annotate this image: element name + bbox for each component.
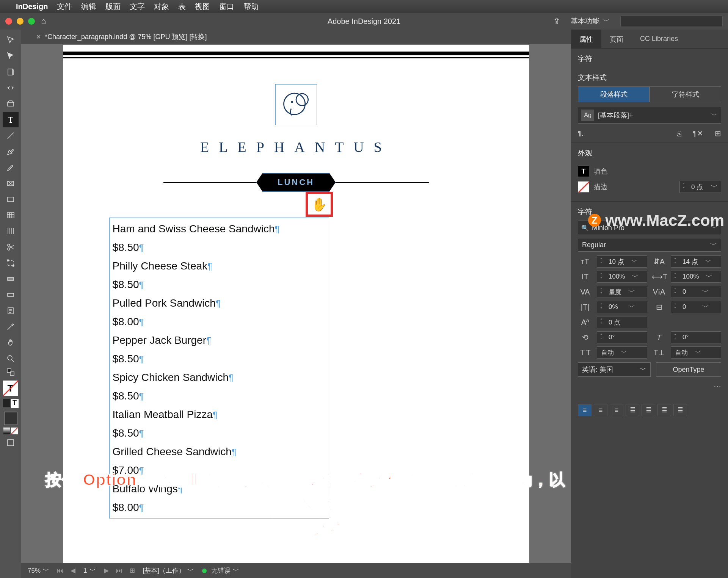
justify-center-button[interactable]: ≣ — [642, 404, 655, 416]
grid-tool[interactable] — [3, 224, 19, 239]
rectangle-tool[interactable] — [3, 192, 19, 207]
language-dropdown[interactable]: 英语: 美国 ﹀ — [578, 362, 651, 377]
stroke-weight-input[interactable]: ˄˅ 0 点 ﹀ — [679, 181, 721, 193]
note-tool[interactable] — [3, 303, 19, 318]
fill-stroke-swap[interactable] — [3, 367, 19, 378]
justify-all-button[interactable]: ≣ — [673, 404, 687, 416]
align-center-button[interactable]: ≡ — [594, 404, 607, 416]
align-left-button[interactable]: ≡ — [578, 404, 592, 416]
menu-file[interactable]: 文件 — [57, 2, 72, 12]
page-dropdown[interactable]: 1 ﹀ — [80, 565, 99, 576]
first-page-button[interactable]: ⏮ — [55, 566, 65, 575]
auto1-dropdown[interactable]: 自动﹀ — [597, 346, 647, 359]
search-input[interactable] — [620, 16, 723, 27]
vscale-input[interactable]: ˄˅100%﹀ — [597, 271, 647, 283]
char-rotate-input[interactable]: ˄˅0° — [597, 331, 647, 343]
menu-help[interactable]: 帮助 — [243, 2, 259, 12]
workspace-dropdown[interactable]: 基本功能 ﹀ — [567, 15, 613, 28]
view-mode[interactable] — [3, 435, 19, 450]
align-right-button[interactable]: ≡ — [610, 404, 623, 416]
close-window-button[interactable] — [5, 18, 12, 25]
free-transform-tool[interactable] — [3, 255, 19, 271]
apply-color[interactable] — [3, 399, 10, 408]
prev-page-button[interactable]: ◀ — [67, 566, 78, 575]
preflight-profile-dropdown[interactable]: [基本]（工作） ﹀ — [140, 565, 197, 576]
skew-input[interactable]: ˄˅0﹀ — [671, 301, 721, 313]
baseline-grid-input[interactable]: ˄˅0%﹀ — [597, 301, 647, 313]
share-icon[interactable]: ⇪ — [553, 16, 560, 26]
content-collector-tool[interactable] — [3, 96, 19, 111]
selection-tool[interactable] — [3, 33, 19, 48]
paragraph-style-dropdown[interactable]: Ag [基本段落]+ ﹀ — [578, 107, 721, 124]
tab-cclibraries[interactable]: CC Libraries — [632, 30, 686, 48]
next-page-button[interactable]: ▶ — [101, 566, 112, 575]
text-frame[interactable]: Ham and Swiss Cheese Sandwich¶ $8.50¶ Ph… — [109, 218, 329, 518]
clear-override-icon[interactable]: ¶✕ — [693, 129, 703, 138]
type-tool[interactable] — [3, 112, 19, 127]
justify-left-button[interactable]: ≣ — [626, 404, 639, 416]
scissors-tool[interactable] — [3, 240, 19, 255]
font-style-dropdown[interactable]: Regular ﹀ — [578, 238, 721, 252]
last-page-button[interactable]: ⏭ — [114, 566, 125, 575]
window-title: Adobe InDesign 2021 — [328, 17, 400, 26]
hscale-input[interactable]: ˄˅100%﹀ — [671, 271, 721, 283]
gradient-swatch[interactable] — [3, 428, 10, 434]
pen-tool[interactable] — [3, 144, 19, 159]
color-swatch[interactable] — [4, 412, 17, 425]
pencil-tool[interactable] — [3, 160, 19, 175]
apply-text-color[interactable]: T — [11, 399, 19, 408]
line-tool[interactable] — [3, 128, 19, 143]
maximize-window-button[interactable] — [28, 18, 35, 25]
paragraph-style-segment[interactable]: 段落样式 — [578, 86, 650, 102]
justify-right-button[interactable]: ≣ — [657, 404, 671, 416]
italic-angle-input[interactable]: ˄˅0° — [671, 331, 721, 343]
rectangle-frame-tool[interactable] — [3, 176, 19, 191]
chevron-down-icon: ﹀ — [602, 16, 610, 26]
zoom-tool[interactable] — [3, 351, 19, 366]
formatting-affects-text[interactable]: T — [2, 380, 19, 396]
hand-tool[interactable] — [3, 335, 19, 350]
open-bridge-button[interactable]: ⊞ — [127, 566, 138, 575]
zoom-dropdown[interactable]: 75% ﹀ — [25, 565, 52, 576]
gradient-swatch-tool[interactable] — [3, 271, 19, 287]
menu-edit[interactable]: 编辑 — [81, 2, 96, 12]
menu-line: $7.00 — [113, 464, 139, 476]
tracking-input[interactable]: ˄˅0﹀ — [671, 286, 721, 298]
app-name[interactable]: InDesign — [16, 2, 48, 11]
font-size-input[interactable]: ˄˅10 点﹀ — [597, 255, 647, 268]
more-options-icon[interactable]: ⊞ — [715, 129, 721, 138]
eyedropper-tool[interactable] — [3, 319, 19, 334]
opentype-button[interactable]: OpenType — [656, 362, 721, 377]
baseline-shift-input[interactable]: ˄˅0 点 — [597, 316, 647, 328]
preflight-status[interactable]: 无错误 ﹀ — [199, 565, 242, 576]
font-family-dropdown[interactable]: 🔍 Minion Pro ﹀ — [578, 221, 721, 235]
tab-properties[interactable]: 属性 — [571, 30, 601, 48]
gap-tool[interactable] — [3, 80, 19, 96]
table-tool[interactable] — [3, 208, 19, 223]
logo-frame — [275, 84, 317, 125]
menu-object[interactable]: 对象 — [154, 2, 169, 12]
minimize-window-button[interactable] — [17, 18, 24, 25]
direct-selection-tool[interactable] — [3, 49, 19, 64]
character-style-segment[interactable]: 字符样式 — [650, 86, 721, 102]
leading-input[interactable]: ˄˅14 点﹀ — [671, 255, 721, 268]
fill-swatch[interactable]: T — [578, 166, 589, 177]
menu-view[interactable]: 视图 — [195, 2, 210, 12]
new-style-icon[interactable]: ⎘ — [677, 129, 681, 138]
menu-window[interactable]: 窗口 — [219, 2, 234, 12]
close-tab-icon[interactable]: ✕ — [36, 33, 41, 41]
canvas[interactable]: ELEPHANTUS LUNCH ✋ Ham and Swiss Cheese … — [21, 44, 571, 578]
none-swatch[interactable] — [11, 428, 18, 434]
menu-table[interactable]: 表 — [178, 2, 186, 12]
auto2-dropdown[interactable]: 自动﹀ — [671, 346, 721, 359]
stroke-swatch[interactable] — [578, 181, 589, 193]
tab-pages[interactable]: 页面 — [601, 30, 632, 48]
page-tool[interactable] — [3, 64, 19, 80]
more-options-icon[interactable]: ⋯ — [714, 381, 721, 390]
gradient-feather-tool[interactable] — [3, 287, 19, 302]
home-icon[interactable]: ⌂ — [41, 16, 46, 26]
menu-layout[interactable]: 版面 — [105, 2, 121, 12]
document-tab[interactable]: ✕ *Character_paragraph.indd @ 75% [GPU 预… — [31, 32, 211, 41]
menu-type[interactable]: 文字 — [130, 2, 145, 12]
kerning-input[interactable]: ˄˅量度﹀ — [597, 286, 647, 298]
